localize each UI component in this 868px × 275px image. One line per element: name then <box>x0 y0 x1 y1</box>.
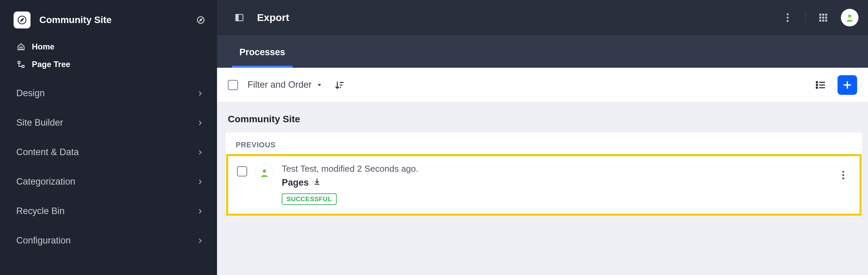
sidebar: Community Site Home Page Tree Design Sit… <box>0 0 217 275</box>
user-icon <box>845 13 854 22</box>
tabbar: Processes <box>217 35 868 68</box>
item-body: Test Test, modified 2 Seconds ago. Pages… <box>282 164 828 205</box>
svg-marker-22 <box>318 84 321 86</box>
select-all-checkbox[interactable] <box>228 80 238 90</box>
sidebar-link-home[interactable]: Home <box>0 38 217 56</box>
item-title: Pages <box>282 177 309 188</box>
tab-processes[interactable]: Processes <box>232 37 293 68</box>
panel-icon <box>235 13 244 22</box>
tab-label: Processes <box>239 47 285 57</box>
item-checkbox[interactable] <box>237 166 247 176</box>
sidebar-group-label: Categorization <box>16 176 75 187</box>
plus-icon <box>842 80 853 90</box>
home-icon <box>16 42 26 51</box>
sidebar-action-button[interactable] <box>195 15 206 25</box>
sidebar-group-label: Content & Data <box>16 147 79 157</box>
sidebar-group-label: Recycle Bin <box>16 206 65 216</box>
content: Community Site PREVIOUS Test Test, modif… <box>217 102 868 275</box>
svg-rect-18 <box>819 20 821 22</box>
svg-marker-3 <box>200 19 202 21</box>
svg-point-40 <box>842 177 844 179</box>
svg-point-39 <box>842 174 844 176</box>
caret-down-icon <box>316 82 322 88</box>
svg-rect-13 <box>822 14 824 16</box>
sidebar-group-label: Design <box>16 88 45 99</box>
item-avatar <box>255 164 274 182</box>
sidebar-header: Community Site <box>0 6 217 37</box>
item-kebab-button[interactable] <box>836 168 851 183</box>
sidebar-group-label: Site Builder <box>16 118 63 128</box>
sidebar-group-recycle-bin[interactable]: Recycle Bin <box>0 196 217 226</box>
sidebar-links: Home Page Tree <box>0 37 217 79</box>
svg-rect-15 <box>819 17 821 19</box>
svg-rect-19 <box>822 20 824 22</box>
svg-point-10 <box>787 17 789 19</box>
sort-icon <box>334 80 344 90</box>
filter-order-label: Filter and Order <box>248 80 312 90</box>
download-icon <box>313 177 321 186</box>
site-name: Community Site <box>39 15 186 25</box>
toolbar: Filter and Order <box>217 68 868 102</box>
svg-rect-12 <box>819 14 821 16</box>
chevron-right-icon <box>197 237 203 244</box>
svg-point-35 <box>263 169 266 173</box>
view-list-button[interactable] <box>813 78 828 92</box>
chevron-right-icon <box>197 149 203 156</box>
chevron-right-icon <box>197 208 203 215</box>
new-button[interactable] <box>837 75 857 95</box>
sidebar-link-page-tree[interactable]: Page Tree <box>0 56 217 73</box>
page-title: Export <box>257 12 770 23</box>
svg-marker-1 <box>20 18 23 21</box>
svg-point-38 <box>842 171 844 173</box>
sidebar-group-categorization[interactable]: Categorization <box>0 167 217 196</box>
svg-rect-14 <box>825 14 827 16</box>
sidebar-group-configuration[interactable]: Configuration <box>0 226 217 255</box>
user-icon <box>259 168 270 178</box>
download-button[interactable] <box>313 177 321 188</box>
chevron-right-icon <box>197 178 203 185</box>
svg-point-9 <box>787 13 789 15</box>
sidebar-group-design[interactable]: Design <box>0 79 217 108</box>
svg-rect-17 <box>825 17 827 19</box>
compass-icon <box>17 15 27 25</box>
svg-point-29 <box>816 84 817 86</box>
target-icon <box>196 16 205 24</box>
user-avatar[interactable] <box>841 9 859 26</box>
divider <box>805 12 806 24</box>
main: Export Processes Filter and Order <box>217 0 868 275</box>
sidebar-group-content-data[interactable]: Content & Data <box>0 138 217 167</box>
svg-point-31 <box>816 87 817 88</box>
sidebar-group-label: Configuration <box>16 235 71 246</box>
kebab-icon <box>842 171 845 179</box>
section-title: Community Site <box>225 112 863 132</box>
item-modified-line: Test Test, modified 2 Seconds ago. <box>282 164 828 174</box>
item-title-row: Pages <box>282 177 828 188</box>
sidebar-link-label: Home <box>32 42 55 51</box>
svg-rect-5 <box>22 65 24 67</box>
svg-point-21 <box>848 15 851 18</box>
chevron-right-icon <box>197 120 203 126</box>
apps-grid-icon <box>818 13 828 22</box>
site-logo[interactable] <box>14 12 31 28</box>
svg-rect-4 <box>18 61 20 63</box>
card-header-previous: PREVIOUS <box>225 132 862 149</box>
list-item[interactable]: Test Test, modified 2 Seconds ago. Pages… <box>226 154 862 216</box>
sort-button[interactable] <box>332 78 347 92</box>
svg-rect-8 <box>236 15 238 21</box>
topbar: Export <box>217 0 868 35</box>
kebab-icon <box>786 13 789 22</box>
filter-order-dropdown[interactable]: Filter and Order <box>248 80 322 90</box>
panel-toggle-button[interactable] <box>232 10 247 25</box>
topbar-kebab-button[interactable] <box>780 10 795 25</box>
svg-rect-20 <box>825 20 827 22</box>
status-badge: SUCCESSFUL <box>282 193 337 205</box>
list-icon <box>815 80 826 90</box>
svg-rect-16 <box>822 17 824 19</box>
chevron-right-icon <box>197 90 203 97</box>
previous-card: PREVIOUS Test Test, modified 2 Seconds a… <box>225 132 863 217</box>
sidebar-group-site-builder[interactable]: Site Builder <box>0 108 217 138</box>
apps-button[interactable] <box>816 10 831 25</box>
tree-icon <box>16 60 26 69</box>
sidebar-link-label: Page Tree <box>32 60 70 69</box>
svg-point-11 <box>787 20 789 22</box>
